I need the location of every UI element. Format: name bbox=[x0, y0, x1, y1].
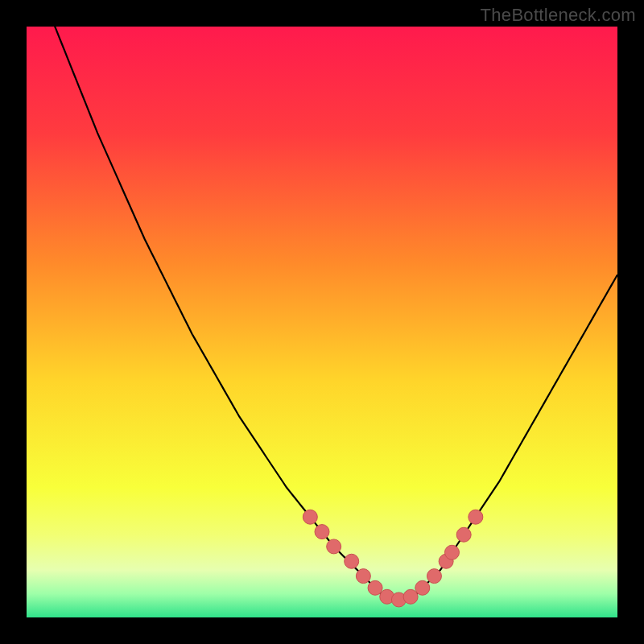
chart-svg bbox=[0, 0, 644, 644]
data-point bbox=[403, 589, 418, 604]
data-point bbox=[315, 525, 329, 539]
data-point bbox=[469, 510, 483, 524]
data-point bbox=[427, 569, 441, 584]
data-point bbox=[345, 554, 359, 568]
chart-stage: TheBottleneck.com bbox=[0, 0, 644, 644]
data-point bbox=[368, 580, 382, 595]
watermark-text: TheBottleneck.com bbox=[481, 5, 636, 26]
data-point bbox=[415, 580, 430, 595]
data-point bbox=[456, 527, 471, 542]
data-point bbox=[444, 545, 459, 559]
data-point bbox=[356, 569, 370, 584]
data-point bbox=[303, 510, 317, 524]
data-point bbox=[327, 539, 341, 554]
